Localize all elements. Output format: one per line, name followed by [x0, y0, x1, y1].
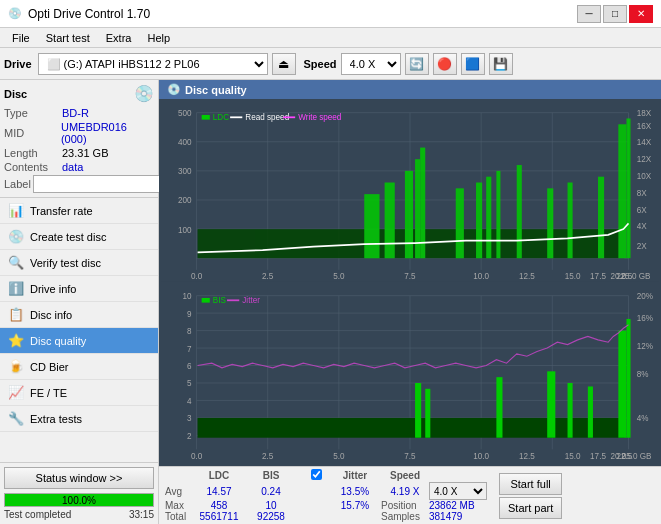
sidebar-item-disc-info-label: Disc info [30, 309, 72, 321]
sidebar-item-cd-bier[interactable]: 🍺 CD Bier [0, 354, 158, 380]
status-time: 33:15 [129, 509, 154, 520]
svg-text:300: 300 [178, 166, 192, 177]
svg-text:9: 9 [187, 308, 192, 319]
create-test-disc-icon: 💿 [8, 229, 24, 244]
drive-select[interactable]: ⬜ (G:) ATAPI iHBS112 2 PL06 [38, 53, 268, 75]
svg-rect-47 [476, 183, 482, 259]
svg-rect-106 [415, 382, 421, 437]
svg-rect-54 [618, 124, 626, 258]
sidebar-item-verify-test-disc[interactable]: 🔍 Verify test disc [0, 250, 158, 276]
sidebar-item-create-test-disc[interactable]: 💿 Create test disc [0, 224, 158, 250]
svg-text:2X: 2X [637, 240, 647, 251]
menu-help[interactable]: Help [139, 31, 178, 45]
disc-mid-val: UMEBDR016 (000) [61, 121, 154, 145]
svg-text:12.5: 12.5 [519, 271, 535, 282]
app-icon: 💿 [8, 7, 22, 20]
sidebar-item-disc-quality[interactable]: ⭐ Disc quality [0, 328, 158, 354]
disc-label-input[interactable] [33, 175, 166, 193]
disc-quality-icon: ⭐ [8, 333, 24, 348]
disc-contents-row: Contents data [4, 161, 154, 173]
position-val: 23862 MB [429, 500, 489, 511]
menu-file[interactable]: File [4, 31, 38, 45]
svg-rect-105 [198, 417, 625, 437]
max-jitter: 15.7% [329, 500, 381, 511]
svg-text:15.0: 15.0 [565, 450, 581, 461]
close-button[interactable]: ✕ [629, 5, 653, 23]
disc-contents-val: data [62, 161, 83, 173]
svg-text:12%: 12% [637, 340, 653, 351]
sidebar-status: Status window >> 100.0% Test completed 3… [0, 462, 158, 524]
progress-bar-text: 100.0% [5, 494, 153, 506]
disc-quality-icon-header: 💿 [167, 83, 181, 96]
svg-text:GB: GB [639, 271, 651, 282]
disc-type-row: Type BD-R [4, 107, 154, 119]
bis-header: BIS [245, 469, 297, 482]
svg-rect-109 [547, 371, 555, 437]
speed-select[interactable]: 4.0 X [341, 53, 401, 75]
svg-text:3: 3 [187, 412, 192, 423]
refresh-button[interactable]: 🔄 [405, 53, 429, 75]
extra-tests-icon: 🔧 [8, 411, 24, 426]
chart1-svg: 500 400 300 200 100 18X 16X 14X 12X 10X … [161, 101, 659, 282]
sidebar-item-transfer-rate[interactable]: 📊 Transfer rate [0, 198, 158, 224]
svg-text:7.5: 7.5 [404, 271, 415, 282]
minimize-button[interactable]: ─ [577, 5, 601, 23]
start-part-button[interactable]: Start part [499, 497, 562, 519]
svg-text:4: 4 [187, 395, 192, 406]
save-button[interactable]: 💾 [489, 53, 513, 75]
sidebar: Disc 💿 Type BD-R MID UMEBDR016 (000) Len… [0, 80, 159, 524]
start-full-button[interactable]: Start full [499, 473, 562, 495]
menu-start-test[interactable]: Start test [38, 31, 98, 45]
sidebar-item-drive-info-label: Drive info [30, 283, 76, 295]
svg-text:Read speed: Read speed [245, 111, 289, 122]
sidebar-item-extra-tests[interactable]: 🔧 Extra tests [0, 406, 158, 432]
sidebar-item-drive-info[interactable]: ℹ️ Drive info [0, 276, 158, 302]
sidebar-item-verify-test-disc-label: Verify test disc [30, 257, 101, 269]
sidebar-item-disc-info[interactable]: 📋 Disc info [0, 302, 158, 328]
svg-rect-53 [598, 177, 604, 259]
tool1-button[interactable]: 🔴 [433, 53, 457, 75]
ldc-header: LDC [193, 469, 245, 482]
max-ldc: 458 [193, 500, 245, 511]
svg-text:12.5: 12.5 [519, 450, 535, 461]
svg-text:17.5: 17.5 [590, 271, 606, 282]
svg-text:14X: 14X [637, 137, 652, 148]
svg-rect-42 [385, 183, 395, 259]
disc-type-key: Type [4, 107, 62, 119]
menu-extra[interactable]: Extra [98, 31, 140, 45]
position-label: Position [381, 500, 429, 511]
svg-text:400: 400 [178, 137, 192, 148]
total-bis: 92258 [245, 511, 297, 522]
svg-text:12X: 12X [637, 153, 652, 164]
transfer-rate-icon: 📊 [8, 203, 24, 218]
maximize-button[interactable]: □ [603, 5, 627, 23]
svg-text:5.0: 5.0 [333, 450, 344, 461]
speed-select-stats[interactable]: 4.0 X [429, 482, 487, 500]
disc-mid-row: MID UMEBDR016 (000) [4, 121, 154, 145]
avg-ldc: 14.57 [193, 482, 245, 500]
svg-text:0.0: 0.0 [191, 271, 202, 282]
max-bis: 10 [245, 500, 297, 511]
svg-text:10.0: 10.0 [473, 271, 489, 282]
disc-label-row: Label 🔍 [4, 175, 154, 193]
status-window-button[interactable]: Status window >> [4, 467, 154, 489]
svg-text:10: 10 [182, 290, 191, 301]
avg-bis: 0.24 [245, 482, 297, 500]
sidebar-item-fe-te[interactable]: 📈 FE / TE [0, 380, 158, 406]
tool2-button[interactable]: 🟦 [461, 53, 485, 75]
main-layout: Disc 💿 Type BD-R MID UMEBDR016 (000) Len… [0, 80, 661, 524]
stats-bar: LDC BIS Jitter Speed Avg 14.57 0.24 [159, 466, 661, 524]
svg-text:500: 500 [178, 108, 192, 119]
svg-rect-48 [486, 177, 491, 259]
titlebar-controls: ─ □ ✕ [577, 5, 653, 23]
drive-info-icon: ℹ️ [8, 281, 24, 296]
jitter-checkbox[interactable] [311, 469, 322, 480]
svg-rect-46 [456, 188, 464, 258]
svg-rect-110 [568, 382, 573, 437]
disc-length-row: Length 23.31 GB [4, 147, 154, 159]
total-ldc: 5561711 [193, 511, 245, 522]
svg-text:Write speed: Write speed [298, 111, 341, 122]
svg-text:6: 6 [187, 360, 192, 371]
svg-text:18X: 18X [637, 108, 652, 119]
eject-button[interactable]: ⏏ [272, 53, 296, 75]
